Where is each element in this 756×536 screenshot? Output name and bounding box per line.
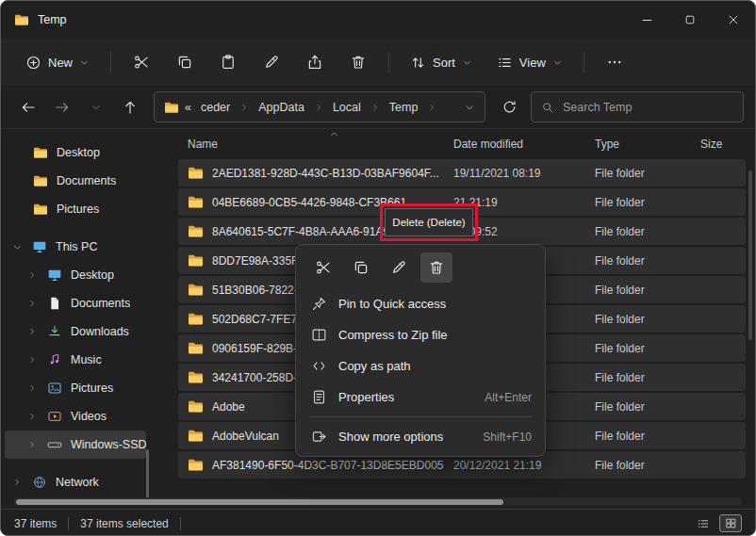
sidebar-item-documents[interactable]: Documents bbox=[5, 289, 146, 317]
scissors-icon bbox=[315, 259, 332, 276]
breadcrumb-item-local[interactable]: Local bbox=[329, 98, 365, 117]
picture-icon bbox=[47, 381, 62, 396]
menu-item-properties[interactable]: Properties Alt+Enter bbox=[300, 382, 541, 413]
sidebar-scrollbar[interactable] bbox=[146, 449, 149, 498]
details-view-toggle[interactable] bbox=[692, 514, 715, 532]
share-button[interactable] bbox=[296, 46, 334, 78]
thumbnail-view-toggle[interactable] bbox=[719, 514, 742, 532]
up-button[interactable] bbox=[114, 91, 146, 123]
copy-button[interactable] bbox=[166, 46, 204, 78]
sidebar-item-label: Pictures bbox=[57, 203, 99, 216]
context-cut-button[interactable] bbox=[307, 252, 339, 283]
more-options-button[interactable] bbox=[596, 46, 633, 78]
sidebar-item-label: Documents bbox=[71, 297, 130, 310]
new-button[interactable]: New bbox=[16, 48, 99, 77]
context-menu: Pin to Quick access Compress to Zip file… bbox=[295, 244, 546, 457]
chevron-right-icon[interactable] bbox=[27, 412, 39, 421]
menu-item-copy-as-path[interactable]: Copy as path bbox=[300, 350, 541, 382]
sidebar-item-label: Downloads bbox=[71, 325, 129, 338]
rename-icon bbox=[390, 259, 407, 276]
sidebar-item-label: Windows-SSD (C: bbox=[71, 438, 146, 451]
rename-icon bbox=[263, 54, 280, 71]
breadcrumb-item-temp[interactable]: Temp bbox=[386, 98, 422, 117]
chevron-right-icon[interactable] bbox=[27, 355, 39, 365]
chevron-down-icon[interactable] bbox=[12, 242, 24, 252]
recent-locations-button[interactable] bbox=[80, 91, 112, 123]
paste-button[interactable] bbox=[209, 46, 247, 78]
toolbar-divider bbox=[583, 52, 584, 73]
column-header-name[interactable]: Name bbox=[178, 138, 444, 151]
address-bar[interactable]: « ceder AppData Local Temp bbox=[154, 91, 485, 122]
toolbar-divider bbox=[110, 52, 111, 73]
menu-item-compress-to-zip[interactable]: Compress to Zip file bbox=[300, 319, 541, 350]
file-date: 20/12/2021 21:19 bbox=[444, 459, 585, 472]
chevron-right-icon bbox=[427, 103, 436, 112]
cut-button[interactable] bbox=[123, 46, 160, 78]
file-type: File folder bbox=[585, 167, 691, 180]
context-delete-button[interactable] bbox=[420, 252, 452, 283]
menu-item-shortcut: Shift+F10 bbox=[483, 430, 532, 444]
sidebar-item-windows-ssd[interactable]: Windows-SSD (C: bbox=[5, 430, 146, 459]
breadcrumb-item-appdata[interactable]: AppData bbox=[255, 98, 308, 117]
context-rename-button[interactable] bbox=[383, 252, 415, 283]
folder-icon bbox=[33, 202, 48, 217]
folder-icon bbox=[188, 369, 204, 385]
chevron-right-icon[interactable] bbox=[12, 478, 24, 487]
chevron-down-icon bbox=[552, 57, 563, 68]
window-title: Temp bbox=[38, 13, 67, 26]
sidebar-item-desktop-pinned[interactable]: Desktop bbox=[5, 138, 146, 167]
vertical-scrollbar[interactable] bbox=[748, 171, 752, 340]
context-copy-button[interactable] bbox=[345, 252, 377, 283]
forward-button[interactable] bbox=[46, 91, 78, 123]
close-button[interactable] bbox=[712, 1, 755, 39]
view-list-icon bbox=[697, 517, 710, 530]
sort-ascending-caret-icon bbox=[329, 129, 339, 139]
properties-document-icon bbox=[311, 389, 327, 405]
breadcrumb-overflow[interactable]: « bbox=[185, 101, 191, 114]
horizontal-scrollbar[interactable] bbox=[14, 497, 742, 506]
chevron-right-icon[interactable] bbox=[27, 270, 39, 280]
file-type: File folder bbox=[585, 313, 691, 326]
item-count: 37 items bbox=[14, 517, 57, 530]
address-dropdown-chevron-icon[interactable] bbox=[464, 102, 475, 113]
sidebar-item-downloads[interactable]: Downloads bbox=[5, 317, 146, 346]
sort-button[interactable]: Sort bbox=[401, 48, 482, 77]
minimize-button[interactable] bbox=[625, 1, 668, 39]
chevron-down-icon bbox=[79, 57, 90, 68]
refresh-button[interactable] bbox=[493, 91, 525, 123]
video-icon bbox=[47, 409, 62, 424]
column-header-size[interactable]: Size bbox=[691, 138, 746, 151]
column-header-date-modified[interactable]: Date modified bbox=[444, 138, 585, 151]
explorer-window: Temp New Sort View bbox=[0, 0, 756, 536]
sidebar-item-music[interactable]: Music bbox=[5, 346, 146, 374]
sidebar-item-videos[interactable]: Videos bbox=[5, 402, 146, 430]
file-date: 19/11/2021 08:19 bbox=[444, 167, 585, 180]
sidebar-item-desktop[interactable]: Desktop bbox=[5, 261, 146, 289]
chevron-right-icon[interactable] bbox=[27, 299, 39, 308]
horizontal-scrollbar-thumb[interactable] bbox=[16, 499, 503, 505]
search-input[interactable] bbox=[563, 101, 733, 114]
delete-button[interactable] bbox=[339, 46, 377, 78]
sidebar-item-this-pc[interactable]: This PC bbox=[5, 233, 146, 261]
up-arrow-icon bbox=[122, 99, 139, 116]
file-row[interactable]: 2AED1381-928D-443C-B13D-03BAF9604F... 19… bbox=[178, 159, 746, 187]
menu-item-pin-to-quick-access[interactable]: Pin to Quick access bbox=[300, 288, 541, 319]
chevron-down-icon bbox=[462, 57, 472, 68]
folder-icon bbox=[188, 457, 204, 473]
chevron-right-icon[interactable] bbox=[27, 327, 39, 336]
menu-item-shortcut: Alt+Enter bbox=[485, 391, 532, 404]
view-button[interactable]: View bbox=[487, 48, 572, 77]
new-button-label: New bbox=[48, 56, 73, 70]
back-button[interactable] bbox=[12, 91, 44, 123]
chevron-right-icon[interactable] bbox=[27, 383, 39, 393]
maximize-button[interactable] bbox=[668, 1, 712, 39]
sidebar-item-documents-pinned[interactable]: Documents bbox=[5, 167, 146, 195]
column-header-type[interactable]: Type bbox=[585, 138, 691, 151]
sidebar-item-network[interactable]: Network bbox=[5, 468, 146, 496]
sidebar-item-pictures[interactable]: Pictures bbox=[5, 374, 146, 402]
rename-button[interactable] bbox=[253, 46, 290, 78]
breadcrumb-item-ceder[interactable]: ceder bbox=[197, 98, 234, 117]
sidebar-item-pictures-pinned[interactable]: Pictures bbox=[5, 195, 146, 223]
menu-item-show-more-options[interactable]: Show more options Shift+F10 bbox=[300, 421, 541, 452]
chevron-right-icon[interactable] bbox=[27, 440, 39, 449]
